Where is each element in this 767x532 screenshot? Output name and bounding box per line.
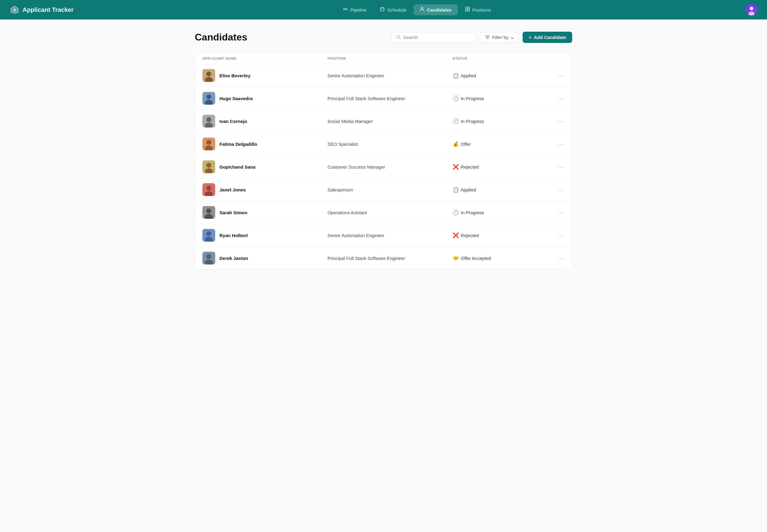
brand[interactable]: Applicant Tracker [10,5,74,15]
applicant-name: Hugo Saavedra [219,96,253,101]
search-input[interactable] [403,35,471,40]
position-cell: Senior Automation Engineer [327,233,453,238]
more-actions-button[interactable]: ··· [546,232,565,239]
table-row[interactable]: Sarah Simon Operations Asistant 🕐 In Pro… [195,201,572,224]
filter-icon [485,35,490,40]
avatar [202,160,215,173]
search-box[interactable] [391,32,476,43]
position-cell: Senior Automation Engineer [327,73,453,78]
more-actions-button[interactable]: ··· [546,255,565,262]
status-icon: ❌ [453,232,459,239]
filter-chevron-icon [511,35,514,40]
main-content: Candidates Filter by + Add Candidate [183,19,584,282]
position-cell: Customer Success Manager [327,164,453,170]
applicant-name: Janet Jones [219,187,246,192]
more-actions-button[interactable]: ··· [546,118,565,125]
status-icon: 🤝 [453,255,459,261]
avatar [202,229,215,242]
schedule-icon [380,7,385,13]
header-controls: Filter by + Add Candidate [391,32,572,43]
table-header: APPLICANT NAME POSITION STATUS [195,53,572,64]
nav-label-pipeline: Pipeline [350,7,366,12]
table-row[interactable]: Elise Beverley Senior Automation Enginee… [195,64,572,87]
status-icon: 📋 [453,187,459,193]
applicant-cell: Sarah Simon [202,206,327,219]
position-cell: Salesperson [327,187,453,192]
applicant-cell: Ryan Holbert [202,229,327,242]
table-row[interactable]: Hugo Saavedra Principal Full Stack Softw… [195,87,572,110]
add-icon: + [529,35,531,40]
svg-point-4 [346,9,348,10]
status-cell: 🤝 Offer Accepted [453,255,546,261]
nav-item-positions[interactable]: Positions [459,4,497,15]
header-row: Candidates Filter by + Add Candidate [195,32,572,43]
user-avatar[interactable] [746,4,757,16]
svg-point-48 [206,254,211,259]
applicant-name: Fatima Delgadillo [219,142,257,147]
applicant-name: Elise Beverley [219,73,250,78]
avatar [202,69,215,82]
svg-point-24 [206,72,211,76]
position-cell: Operations Asistant [327,210,453,215]
nav-item-pipeline[interactable]: Pipeline [337,4,373,15]
col-header-actions [546,57,565,60]
applicant-cell: Hugo Saavedra [202,92,327,105]
status-label: Offer Accepted [461,256,491,261]
more-actions-button[interactable]: ··· [546,163,565,170]
status-cell: 🕐 In Progress [453,95,546,102]
status-cell: 📋 Applied [453,187,546,193]
add-candidate-button[interactable]: + Add Candidate [523,32,572,43]
svg-line-19 [400,38,401,39]
table-row[interactable]: Gopichand Sana Customer Success Manager … [195,156,572,178]
svg-rect-11 [465,7,467,9]
position-cell: Principal Full Stack Software Engineer [327,96,453,101]
status-label: Rejected [461,164,479,170]
avatar [202,92,215,105]
svg-point-33 [206,140,211,145]
svg-point-10 [421,7,423,9]
svg-point-42 [206,208,211,213]
nav-item-schedule[interactable]: Schedule [374,4,412,15]
status-label: Applied [461,73,476,78]
nav-label-schedule: Schedule [387,7,406,12]
filter-button[interactable]: Filter by [480,32,519,43]
status-icon: 📋 [453,72,459,79]
applicant-cell: Derek Jaston [202,252,327,264]
svg-rect-13 [465,9,467,11]
status-icon: 🕐 [453,209,459,216]
col-header-status: STATUS [453,57,546,60]
candidates-table: APPLICANT NAME POSITION STATUS Elise Bev… [195,53,572,270]
applicant-cell: Gopichand Sana [202,160,327,173]
avatar [202,115,215,128]
status-label: Applied [461,187,476,192]
avatar [202,183,215,196]
status-label: In Progress [461,96,484,101]
more-actions-button[interactable]: ··· [546,209,565,216]
table-row[interactable]: Ryan Holbert Senior Automation Engineer … [195,224,572,247]
status-cell: 🕐 In Progress [453,209,546,216]
position-cell: Principal Full Stack Software Engineer [327,256,453,261]
svg-point-45 [206,231,211,236]
more-actions-button[interactable]: ··· [546,186,565,193]
more-actions-button[interactable]: ··· [546,95,565,102]
table-row[interactable]: Janet Jones Salesperson 📋 Applied ··· [195,178,572,201]
nav-item-candidates[interactable]: Candidates [414,4,458,15]
svg-point-36 [206,163,211,168]
svg-point-30 [206,117,211,122]
applicant-cell: Fatima Delgadillo [202,138,327,150]
applicant-cell: Elise Beverley [202,69,327,82]
table-row[interactable]: Derek Jaston Principal Full Stack Softwa… [195,247,572,269]
status-cell: 🕐 In Progress [453,118,546,124]
filter-label: Filter by [492,35,508,40]
nav-label-candidates: Candidates [427,7,452,12]
svg-rect-6 [380,8,384,11]
more-actions-button[interactable]: ··· [546,72,565,79]
more-actions-button[interactable]: ··· [546,141,565,148]
applicant-name: Derek Jaston [219,256,248,261]
table-row[interactable]: Fatima Delgadillo SEO Specialist 💰 Offer… [195,133,572,156]
nav-items: Pipeline Schedule Candidates Positions [88,4,746,15]
col-header-position: POSITION [327,57,453,60]
applicant-name: Sarah Simon [219,210,247,215]
table-row[interactable]: Ivan Cornejo Social Media Manager 🕐 In P… [195,110,572,133]
col-header-name: APPLICANT NAME [202,57,327,60]
